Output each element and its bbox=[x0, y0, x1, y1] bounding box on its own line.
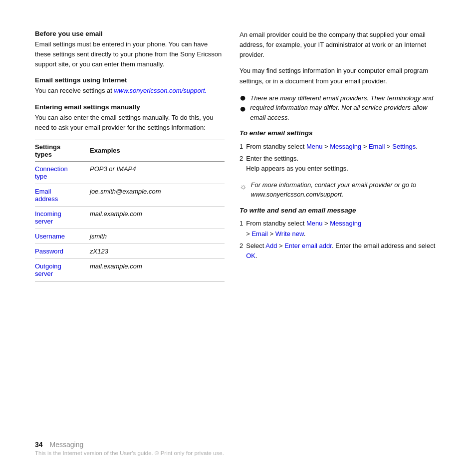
exclamation-icon: ●● bbox=[239, 92, 246, 123]
proc2-list: 1 From standby select Menu > Messaging> … bbox=[239, 219, 441, 261]
section-email-internet: Email settings using Internet You can re… bbox=[35, 76, 225, 96]
proc1-step2: 2 Enter the settings.Help appears as you… bbox=[239, 154, 441, 174]
link-messaging2[interactable]: Messaging bbox=[330, 220, 361, 227]
link-settings[interactable]: Settings bbox=[392, 143, 416, 150]
note-exclamation-text: There are many different email providers… bbox=[250, 93, 441, 123]
table-cell-val: mail.example.com bbox=[90, 206, 225, 229]
section-before-email: Before you use email Email settings must… bbox=[35, 30, 225, 69]
table-row: Incomingserver mail.example.com bbox=[35, 206, 225, 229]
footer: 34 Messaging This is the Internet versio… bbox=[35, 436, 441, 456]
table-cell-key[interactable]: Username bbox=[35, 229, 90, 243]
link-menu[interactable]: Menu bbox=[306, 143, 323, 150]
table-cell-key[interactable]: Password bbox=[35, 243, 90, 258]
proc1-step1: 1 From standby select Menu > Messaging >… bbox=[239, 142, 441, 152]
section-before-email-body: Email settings must be entered in your p… bbox=[35, 39, 225, 69]
step-number: 1 bbox=[239, 219, 243, 238]
table-row: Outgoingserver mail.example.com bbox=[35, 258, 225, 281]
section-entering-manually-body: You can also enter the email settings ma… bbox=[35, 113, 225, 133]
table-cell-key[interactable]: Incomingserver bbox=[35, 206, 90, 229]
page-number: 34 bbox=[35, 441, 43, 449]
proc2-step1: 1 From standby select Menu > Messaging> … bbox=[239, 219, 441, 238]
link-ok[interactable]: OK bbox=[246, 252, 255, 259]
note-tip: ☼ For more information, contact your ema… bbox=[239, 180, 441, 200]
link-enter-email-addr[interactable]: Enter email addr bbox=[284, 242, 332, 249]
table-cell-key[interactable]: Emailaddress bbox=[35, 184, 90, 206]
table-header-type: Settingstypes bbox=[35, 140, 90, 161]
footer-disclaimer: This is the Internet version of the User… bbox=[35, 450, 441, 456]
proc2-step2: 2 Select Add > Enter email addr. Enter t… bbox=[239, 241, 441, 261]
table-cell-val: POP3 or IMAP4 bbox=[90, 161, 225, 184]
right-para1: An email provider could be the company t… bbox=[239, 30, 441, 60]
table-row: Connectiontype POP3 or IMAP4 bbox=[35, 161, 225, 184]
table-row: Password zX123 bbox=[35, 243, 225, 258]
proc2-step2-text: Select Add > Enter email addr. Enter the… bbox=[246, 241, 441, 261]
table-cell-val: joe.smith@example.com bbox=[90, 184, 225, 206]
settings-table: Settingstypes Examples Connectiontype PO… bbox=[35, 140, 225, 281]
table-cell-key[interactable]: Outgoingserver bbox=[35, 258, 90, 281]
table-cell-val: mail.example.com bbox=[90, 258, 225, 281]
proc1-step1-text: From standby select Menu > Messaging > E… bbox=[246, 142, 418, 152]
page: Before you use email Email settings must… bbox=[0, 0, 476, 476]
table-cell-key[interactable]: Connectiontype bbox=[35, 161, 90, 184]
tip-icon: ☼ bbox=[239, 181, 247, 200]
proc1-title: To enter email settings bbox=[239, 128, 441, 139]
table-header-examples: Examples bbox=[90, 140, 225, 161]
section-email-internet-body: You can receive settings at www.sonyeric… bbox=[35, 86, 225, 96]
proc1-step2-text: Enter the settings.Help appears as you e… bbox=[246, 154, 348, 174]
step-number: 2 bbox=[239, 241, 243, 261]
section-entering-manually: Entering email settings manually You can… bbox=[35, 103, 225, 133]
link-messaging[interactable]: Messaging bbox=[330, 143, 361, 150]
link-add[interactable]: Add bbox=[265, 242, 277, 249]
section-email-internet-title: Email settings using Internet bbox=[35, 76, 225, 84]
link-email[interactable]: Email bbox=[369, 143, 385, 150]
step-number: 2 bbox=[239, 154, 243, 174]
table-row: Emailaddress joe.smith@example.com bbox=[35, 184, 225, 206]
link-write-new[interactable]: Write new bbox=[275, 230, 304, 238]
footer-main: 34 Messaging bbox=[35, 441, 441, 449]
proc1-list: 1 From standby select Menu > Messaging >… bbox=[239, 142, 441, 174]
right-para2: You may find settings information in you… bbox=[239, 66, 441, 86]
content-area: Before you use email Email settings must… bbox=[35, 30, 441, 421]
table-cell-val: jsmith bbox=[90, 229, 225, 243]
table-row: Username jsmith bbox=[35, 229, 225, 243]
note-tip-text: For more information, contact your email… bbox=[251, 180, 441, 200]
section-entering-manually-title: Entering email settings manually bbox=[35, 103, 225, 111]
section-before-email-title: Before you use email bbox=[35, 30, 225, 37]
email-internet-link[interactable]: www.sonyericsson.com/support. bbox=[114, 87, 207, 94]
footer-section: Messaging bbox=[50, 441, 84, 449]
left-column: Before you use email Email settings must… bbox=[35, 30, 225, 421]
step-number: 1 bbox=[239, 142, 243, 152]
proc2-step1-text: From standby select Menu > Messaging> Em… bbox=[246, 219, 361, 238]
link-menu2[interactable]: Menu bbox=[306, 220, 323, 227]
right-column: An email provider could be the company t… bbox=[239, 30, 441, 421]
note-exclamation: ●● There are many different email provid… bbox=[239, 93, 441, 123]
email-internet-text: You can receive settings at bbox=[35, 87, 114, 94]
table-cell-val: zX123 bbox=[90, 243, 225, 258]
link-email2[interactable]: Email bbox=[251, 230, 268, 238]
proc2-title: To write and send an email message bbox=[239, 206, 441, 216]
